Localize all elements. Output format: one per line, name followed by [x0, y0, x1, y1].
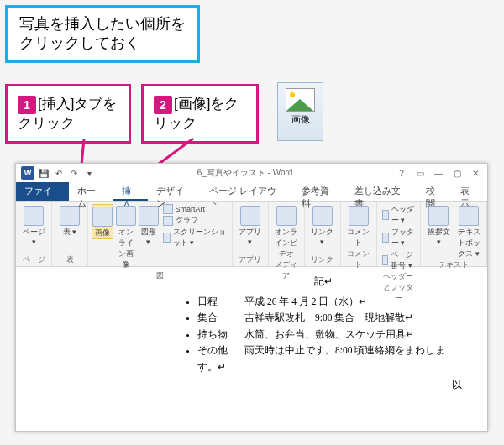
comment-button[interactable]: コメント: [344, 204, 373, 249]
save-icon[interactable]: 💾: [38, 167, 50, 179]
group-pages-label: ページ: [23, 254, 45, 265]
group-pages: ページ ▾ ページ: [16, 202, 52, 266]
link-icon: [312, 206, 333, 226]
textbox-button[interactable]: テキストボックス ▾: [454, 204, 483, 259]
links-button[interactable]: リンク ▾: [308, 204, 337, 246]
group-illustrations-label: 図: [156, 270, 164, 281]
picture-icon: [286, 88, 315, 112]
group-text: 挨拶文 ▾ テキストボックス ▾ テキスト: [421, 202, 487, 266]
group-hf-label: ヘッダーとフッター: [381, 271, 417, 304]
group-text-label: テキスト: [438, 259, 469, 270]
tab-references[interactable]: 参考資料: [293, 182, 346, 201]
tab-file[interactable]: ファイル: [16, 182, 69, 201]
group-media: オンラインビデオ メディア: [269, 202, 305, 266]
group-comments: コメント コメント: [341, 202, 377, 266]
step-2-badge: 2: [154, 96, 172, 114]
page-break-icon: [24, 206, 44, 226]
group-links: リンク ▾ リンク: [305, 202, 341, 266]
qat-menu-icon[interactable]: ▾: [83, 167, 95, 179]
tab-design[interactable]: デザイン: [148, 182, 201, 201]
instruction-box: 写真を挿入したい個所を クリックしておく: [5, 5, 200, 63]
table-button[interactable]: 表 ▾: [55, 204, 84, 238]
picture-button-label: 画像: [278, 113, 323, 126]
tab-review[interactable]: 校閲: [417, 182, 453, 201]
apps-button[interactable]: アプリ ▾: [236, 204, 265, 246]
group-apps: アプリ ▾ アプリ: [233, 202, 269, 266]
text-cursor: [218, 396, 218, 408]
video-icon: [276, 206, 297, 226]
tab-insert[interactable]: 挿入: [113, 182, 149, 201]
tab-mailings[interactable]: 差し込み文書: [346, 182, 417, 201]
chart-icon: [163, 216, 173, 226]
group-tables: 表 ▾ 表: [52, 202, 88, 266]
tab-page-layout[interactable]: ページ レイアウト: [201, 182, 292, 201]
online-picture-icon: [116, 206, 136, 226]
shapes-button[interactable]: 図形 ▾: [138, 204, 159, 246]
document-title: 6_写真やイラスト - Word: [95, 167, 395, 179]
comment-icon: [349, 206, 369, 226]
word-app-icon: W: [21, 166, 34, 180]
textbox-icon: [459, 206, 479, 226]
list-item: 日程平成 26 年 4 月 2 日（水）↵: [197, 294, 462, 311]
help-icon[interactable]: ?: [395, 169, 408, 178]
table-icon: [60, 206, 80, 226]
group-links-label: リンク: [311, 254, 333, 265]
tab-home[interactable]: ホーム: [69, 182, 113, 201]
header-icon: [382, 210, 389, 220]
header-button[interactable]: ヘッダー ▾: [381, 204, 417, 226]
screenshot-icon: [163, 233, 171, 243]
page-number-icon: [382, 255, 389, 265]
chart-button[interactable]: グラフ: [161, 215, 228, 226]
step-1-command: [挿入]: [38, 96, 74, 112]
shapes-icon: [139, 206, 159, 226]
step-1-box: 1[挿入]タブをクリック: [5, 84, 131, 144]
docparts-button[interactable]: 挨拶文 ▾: [424, 204, 453, 246]
ribbon-display-icon[interactable]: ▭: [413, 169, 427, 178]
title-bar: W 💾 ↶ ↷ ▾ 6_写真やイラスト - Word ? ▭ — ▢ ✕: [16, 164, 487, 182]
group-tables-label: 表: [66, 254, 74, 265]
group-illustrations: 画像 オンライン画像 図形 ▾ SmartArt グラフ スクリーンショット ▾…: [88, 202, 233, 266]
doc-list: 日程平成 26 年 4 月 2 日（水）↵ 集合吉祥寺駅改札 9:00 集合 現…: [184, 294, 462, 376]
instruction-text: 写真を挿入したい個所を クリックしておく: [19, 15, 186, 51]
picture-icon: [92, 207, 113, 227]
redo-icon[interactable]: ↷: [68, 167, 80, 179]
group-header-footer: ヘッダー ▾ フッター ▾ ページ番号 ▾ ヘッダーとフッター: [377, 202, 421, 266]
picture-button[interactable]: 画像: [92, 204, 113, 239]
minimize-icon[interactable]: —: [432, 169, 445, 178]
step-2-box: 2[画像]をクリック: [141, 84, 259, 144]
group-media-label: メディア: [272, 259, 301, 281]
doc-closing: 以: [184, 377, 462, 394]
online-picture-button[interactable]: オンライン画像: [115, 204, 136, 270]
undo-icon[interactable]: ↶: [53, 167, 65, 179]
tab-view[interactable]: 表示: [452, 182, 487, 201]
docparts-icon: [428, 206, 449, 226]
list-item: その他雨天時は中止です。8:00 頃連絡網をまわします。↵: [197, 343, 462, 375]
list-item: 集合吉祥寺駅改札 9:00 集合 現地解散↵: [197, 310, 462, 327]
pages-button[interactable]: ページ ▾: [19, 204, 48, 246]
screenshot-button[interactable]: スクリーンショット ▾: [161, 227, 228, 249]
list-item: 持ち物水筒、お弁当、敷物、スケッチ用具↵: [197, 327, 462, 343]
group-comments-label: コメント: [344, 249, 373, 270]
smartart-button[interactable]: SmartArt: [161, 204, 228, 214]
online-video-button[interactable]: オンラインビデオ: [272, 204, 301, 259]
ribbon-insert: ページ ▾ ページ 表 ▾ 表 画像 オンライン画像 図形 ▾ SmartArt…: [16, 202, 487, 267]
apps-icon: [240, 206, 260, 226]
quick-access-toolbar: W 💾 ↶ ↷ ▾: [16, 166, 95, 180]
group-apps-label: アプリ: [239, 254, 261, 265]
close-icon[interactable]: ✕: [469, 169, 482, 178]
smartart-icon: [163, 204, 173, 214]
footer-button[interactable]: フッター ▾: [381, 227, 417, 249]
page-number-button[interactable]: ページ番号 ▾: [381, 249, 417, 271]
ribbon-tabs: ファイル ホーム 挿入 デザイン ページ レイアウト 参考資料 差し込み文書 校…: [16, 182, 487, 202]
step-2-command: [画像]: [174, 96, 210, 112]
footer-icon: [382, 233, 389, 243]
word-window: W 💾 ↶ ↷ ▾ 6_写真やイラスト - Word ? ▭ — ▢ ✕ ファイ…: [15, 163, 488, 432]
maximize-icon[interactable]: ▢: [450, 169, 464, 178]
step-1-badge: 1: [18, 96, 36, 114]
picture-button-preview: 画像: [277, 82, 323, 141]
doc-heading: 記↵: [184, 274, 462, 291]
